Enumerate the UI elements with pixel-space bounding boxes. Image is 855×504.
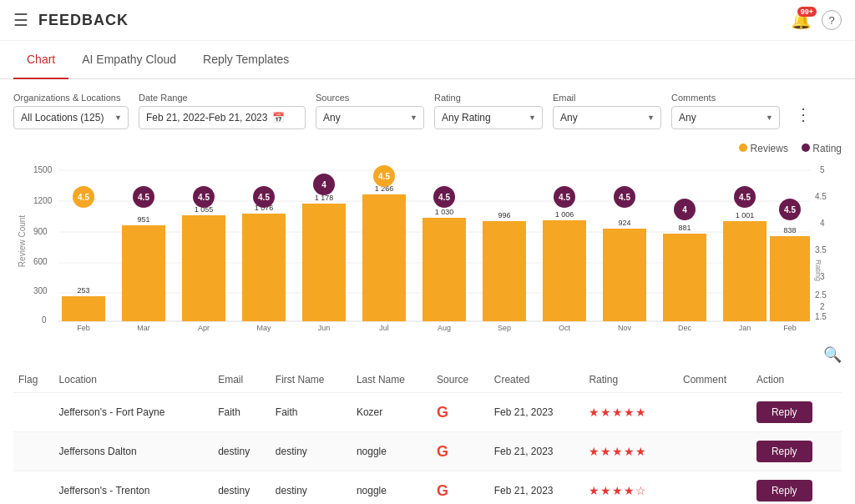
- rating-label-oct-22: 4.5: [559, 193, 570, 202]
- year-label-feb-22: '22: [78, 331, 89, 333]
- date-filter-group: Date Range Feb 21, 2022-Feb 21, 2023 📅: [139, 93, 306, 129]
- col-location: Location: [54, 367, 214, 393]
- bar-label-feb-23: 838: [783, 226, 796, 234]
- org-select-wrap: All Locations (125): [13, 106, 129, 129]
- bar-aug-22: [422, 218, 466, 321]
- rating-label-feb-23: 4.5: [784, 205, 796, 214]
- col-action: Action: [751, 367, 842, 393]
- calendar-icon: 📅: [272, 112, 285, 123]
- bar-nov-22: [603, 229, 646, 321]
- cell-location: Jefferson's - Trenton: [54, 471, 214, 505]
- bar-label-mar-22: 951: [137, 215, 149, 224]
- y-axis-label-0: 0: [42, 315, 47, 325]
- rating-select-wrap: Any Rating: [434, 106, 543, 129]
- bar-feb-22: [62, 296, 105, 321]
- cell-source: G: [432, 471, 489, 505]
- rating-label-dec-22: 4: [682, 205, 687, 214]
- rating-select[interactable]: Any Rating: [434, 106, 543, 129]
- cell-action: Reply: [751, 432, 842, 471]
- tab-reply-templates[interactable]: Reply Templates: [190, 41, 302, 79]
- bar-label-dec-22: 881: [678, 224, 691, 232]
- bar-label-nov-22: 924: [618, 219, 630, 227]
- google-icon: G: [437, 443, 448, 460]
- date-label: Date Range: [139, 93, 306, 103]
- cell-first-name: destiny: [271, 432, 352, 471]
- tab-ai-empathy-cloud[interactable]: AI Empathy Cloud: [68, 41, 190, 79]
- org-select[interactable]: All Locations (125): [13, 106, 129, 129]
- rating-label-jun-22: 4: [321, 180, 326, 189]
- col-email: Email: [213, 367, 271, 393]
- bar-label-oct-22: 1 006: [555, 210, 574, 219]
- rating-label-nov-22: 4.5: [619, 193, 630, 202]
- table-header-row: Flag Location Email First Name Last Name…: [13, 367, 842, 393]
- reviews-legend-label: Reviews: [751, 143, 788, 154]
- bar-chart: 1500 1200 900 600 300 0 Review Count 5 4…: [13, 158, 842, 333]
- cell-source: G: [432, 393, 489, 432]
- right-axis-title: Rating: [814, 260, 822, 281]
- notification-button[interactable]: 🔔 99+: [791, 10, 812, 30]
- cell-first-name: Faith: [271, 393, 352, 432]
- sources-label: Sources: [316, 93, 424, 103]
- comments-select[interactable]: Any: [671, 106, 780, 129]
- rating-label-feb-22: 4.5: [78, 193, 89, 202]
- bar-feb-23: [770, 236, 810, 321]
- reply-button[interactable]: Reply: [756, 480, 812, 501]
- more-options-button[interactable]: ⋮: [790, 99, 817, 129]
- right-y-4: 4: [820, 219, 825, 228]
- header-right: 🔔 99+ ?: [791, 10, 842, 30]
- rating-label-jul-22: 4.5: [378, 172, 390, 181]
- y-axis-label-1200: 1200: [33, 196, 53, 205]
- date-input[interactable]: Feb 21, 2022-Feb 21, 2023 📅: [139, 106, 306, 129]
- table-row: Jeffersons Dalton destiny destiny noggle…: [13, 432, 842, 471]
- cell-comment: [678, 432, 751, 471]
- cell-action: Reply: [751, 471, 842, 505]
- col-flag: Flag: [13, 367, 54, 393]
- chart-container: Reviews Rating 1500 1200 900 600 300 0 R…: [0, 136, 855, 342]
- rating-label-may-22: 4.5: [258, 193, 270, 202]
- col-rating: Rating: [584, 367, 678, 393]
- reviews-legend-dot: [739, 144, 747, 152]
- page-title: FEEDBACK: [38, 12, 129, 29]
- cell-first-name: destiny: [271, 471, 352, 505]
- header-left: ☰ FEEDBACK: [13, 10, 129, 30]
- cell-flag: [13, 471, 54, 505]
- rating-label-mar-22: 4.5: [138, 193, 149, 202]
- cell-comment: [678, 471, 751, 505]
- cell-rating: ★★★★☆: [584, 471, 678, 505]
- rating-label: Rating: [434, 93, 543, 103]
- tab-chart[interactable]: Chart: [13, 41, 68, 79]
- y-axis-label-1500: 1500: [33, 165, 53, 174]
- email-select[interactable]: Any: [553, 106, 661, 129]
- cell-location: Jeffersons Dalton: [54, 432, 214, 471]
- reviews-legend: Reviews: [739, 143, 788, 154]
- cell-created: Feb 21, 2023: [489, 432, 584, 471]
- cell-rating: ★★★★★: [584, 432, 678, 471]
- col-first-name: First Name: [271, 367, 352, 393]
- sources-select[interactable]: Any: [316, 106, 424, 129]
- cell-created: Feb 21, 2023: [489, 471, 584, 505]
- help-button[interactable]: ?: [822, 10, 842, 30]
- bar-label-sep-22: 996: [498, 211, 510, 219]
- bar-mar-22: [122, 225, 165, 321]
- cell-email: Faith: [213, 393, 271, 432]
- bar-jun-22: [302, 204, 346, 321]
- bar-apr-22: [182, 215, 225, 321]
- search-button[interactable]: 🔍: [823, 345, 842, 364]
- comments-filter-group: Comments Any: [671, 93, 780, 129]
- reply-button[interactable]: Reply: [756, 441, 812, 462]
- cell-action: Reply: [751, 393, 842, 432]
- year-label-mar-22: '22: [139, 331, 149, 333]
- bar-jan-23: [723, 221, 766, 321]
- col-created: Created: [489, 367, 584, 393]
- bar-dec-22: [663, 234, 706, 321]
- right-y-5: 5: [820, 165, 825, 174]
- google-icon: G: [437, 482, 448, 499]
- sources-filter-group: Sources Any: [316, 93, 424, 129]
- reply-button[interactable]: Reply: [756, 401, 812, 423]
- cell-source: G: [432, 432, 489, 471]
- year-label-feb-23: '23: [785, 331, 795, 333]
- rating-filter-group: Rating Any Rating: [434, 93, 543, 129]
- year-label-sep-22: '22: [499, 331, 509, 333]
- menu-button[interactable]: ☰: [13, 10, 28, 30]
- cell-flag: [13, 393, 54, 432]
